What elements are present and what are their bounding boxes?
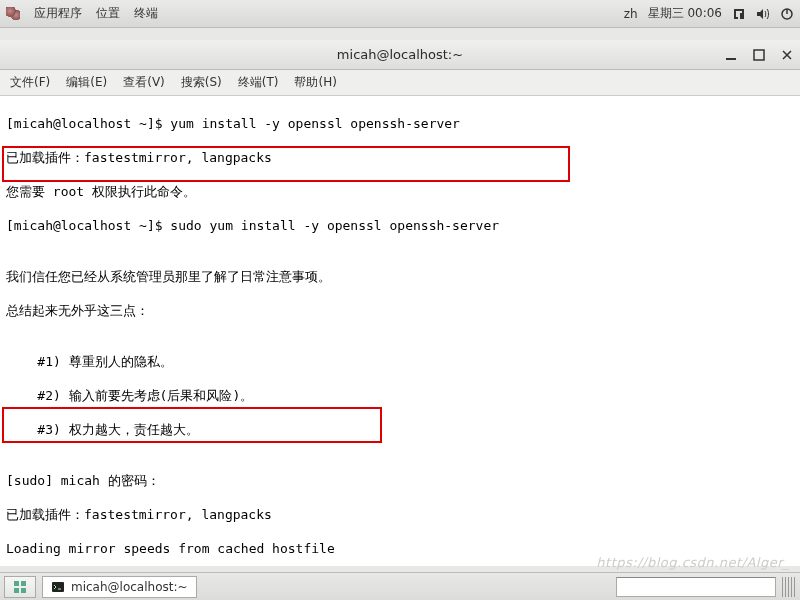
terminal-line: [micah@localhost ~]$ sudo yum install -y… [6,217,796,234]
svg-rect-2 [754,50,764,60]
terminal-line: #2) 输入前要先考虑(后果和风险)。 [6,387,796,404]
terminal-line: 我们信任您已经从系统管理员那里了解了日常注意事项。 [6,268,796,285]
taskbar-window-button[interactable]: micah@localhost:~ [42,576,197,598]
minimize-button[interactable] [724,48,738,62]
bottom-taskbar: micah@localhost:~ [0,572,800,600]
network-icon[interactable] [732,7,746,21]
gnome-topbar: 应用程序 位置 终端 zh 星期三 00:06 [0,0,800,28]
terminal-line: #3) 权力越大，责任越大。 [6,421,796,438]
menu-places[interactable]: 位置 [96,5,120,22]
svg-rect-1 [726,58,736,60]
svg-rect-3 [14,581,19,586]
svg-rect-7 [52,582,64,592]
menu-applications[interactable]: 应用程序 [34,5,82,22]
menu-file[interactable]: 文件(F) [10,74,50,91]
menu-view[interactable]: 查看(V) [123,74,165,91]
svg-rect-6 [21,588,26,593]
gnome-foot-icon [6,7,20,21]
svg-rect-4 [21,581,26,586]
window-titlebar[interactable]: micah@localhost:~ [0,40,800,70]
terminal-icon [51,580,65,594]
window-title: micah@localhost:~ [337,47,463,62]
terminal-line: #1) 尊重别人的隐私。 [6,353,796,370]
taskbar-grip[interactable] [782,577,796,597]
terminal-line: 总结起来无外乎这三点： [6,302,796,319]
terminal-line: 已加载插件：fastestmirror, langpacks [6,149,796,166]
taskbar-search-input[interactable] [616,577,776,597]
maximize-button[interactable] [752,48,766,62]
watermark: https://blog.csdn.net/Alger_ [596,555,790,570]
volume-icon[interactable] [756,7,770,21]
menu-edit[interactable]: 编辑(E) [66,74,107,91]
menu-search[interactable]: 搜索(S) [181,74,222,91]
power-icon[interactable] [780,7,794,21]
clock[interactable]: 星期三 00:06 [648,5,722,22]
menu-help[interactable]: 帮助(H) [294,74,336,91]
terminal-content[interactable]: [micah@localhost ~]$ yum install -y open… [0,96,800,566]
terminal-menubar: 文件(F) 编辑(E) 查看(V) 搜索(S) 终端(T) 帮助(H) [0,70,800,96]
menu-terminal[interactable]: 终端 [134,5,158,22]
terminal-line: 您需要 root 权限执行此命令。 [6,183,796,200]
terminal-line: [sudo] micah 的密码： [6,472,796,489]
menu-terminal[interactable]: 终端(T) [238,74,279,91]
terminal-line: 已加载插件：fastestmirror, langpacks [6,506,796,523]
close-button[interactable] [780,48,794,62]
show-desktop-button[interactable] [4,576,36,598]
input-method-indicator[interactable]: zh [624,7,638,21]
svg-rect-5 [14,588,19,593]
terminal-line: [micah@localhost ~]$ yum install -y open… [6,115,796,132]
taskbar-window-label: micah@localhost:~ [71,580,188,594]
